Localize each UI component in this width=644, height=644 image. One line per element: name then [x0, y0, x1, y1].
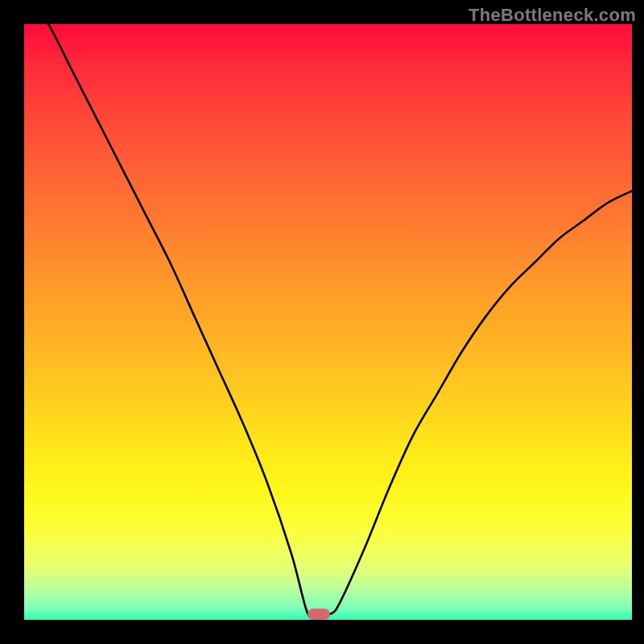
curve-svg — [24, 24, 632, 620]
watermark-text: TheBottleneck.com — [469, 5, 636, 26]
chart-frame: TheBottleneck.com — [0, 0, 644, 644]
min-marker — [308, 609, 330, 620]
bottleneck-curve — [24, 24, 632, 617]
plot-area — [24, 24, 632, 620]
